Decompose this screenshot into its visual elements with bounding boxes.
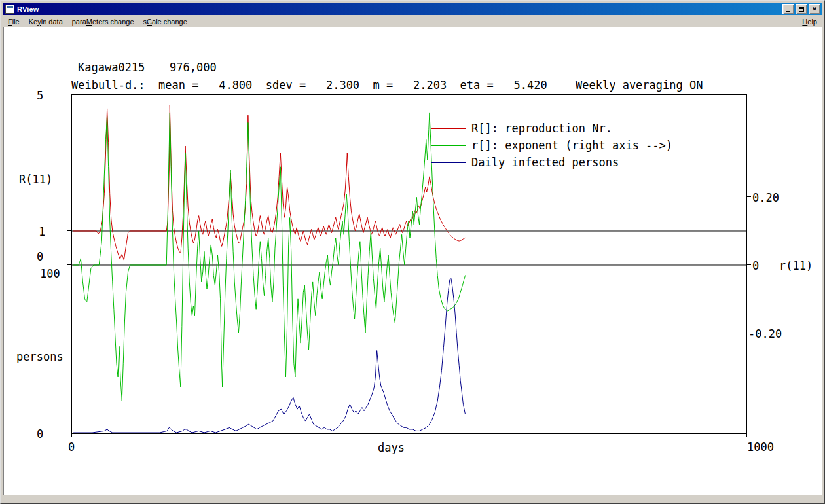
x-axis-tick-0: 0 xyxy=(68,441,75,454)
series-r xyxy=(73,113,465,401)
axis-tick-mark xyxy=(67,230,71,231)
chart-legend: R[]: reproduction Nr.r[]: exponent (righ… xyxy=(431,120,672,171)
axis-tick-mark xyxy=(747,264,751,265)
R-axis-tick-5: 5 xyxy=(37,89,43,102)
persons-axis-title: persons xyxy=(16,350,64,363)
series-daily-infected xyxy=(73,279,465,433)
axis-tick-mark xyxy=(67,264,71,265)
r-axis-tick-pos: 0.20 xyxy=(752,191,779,204)
population-value: 976,000 xyxy=(170,61,217,74)
weibull-params: Weibull-d.: mean = 4.800 sdev = 2.300 m … xyxy=(71,79,547,92)
legend-label-daily-infected: Daily infected persons xyxy=(471,156,619,169)
r-axis-tick-0-and-title: 0 r(11) xyxy=(752,259,813,272)
axis-tick-mark xyxy=(747,333,751,333)
legend-label-R: R[]: reproduction Nr. xyxy=(471,122,612,135)
dataset-name: Kagawa0215 xyxy=(78,61,145,74)
legend-entry-R: R[]: reproduction Nr. xyxy=(431,120,672,137)
persons-axis-tick-100: 100 xyxy=(40,267,60,280)
persons-axis-tick-0: 0 xyxy=(37,427,43,441)
legend-line-R xyxy=(431,128,466,129)
legend-line-daily-infected xyxy=(431,162,466,163)
legend-entry-daily-infected: Daily infected persons xyxy=(431,154,672,171)
R-axis-title: R(11) xyxy=(19,173,52,186)
legend-line-r xyxy=(431,145,466,146)
R-axis-tick-0: 0 xyxy=(37,250,43,263)
x-axis-title: days xyxy=(378,441,405,454)
R-axis-tick-1: 1 xyxy=(39,225,45,238)
legend-label-r: r[]: exponent (right axis -->) xyxy=(471,139,672,152)
x-axis-tick-1000: 1000 xyxy=(747,441,774,454)
legend-entry-r: r[]: exponent (right axis -->) xyxy=(431,137,672,154)
axis-tick-mark xyxy=(746,434,747,437)
app-window: RView × FileKeyin dataparaMeters changes… xyxy=(0,0,825,504)
weekly-averaging-status: Weekly averaging ON xyxy=(576,79,703,92)
axis-tick-mark xyxy=(71,434,72,437)
r-axis-tick-neg: -0.20 xyxy=(748,327,782,340)
axis-tick-mark xyxy=(747,196,751,197)
chart: Kagawa0215 976,000 Weibull-d.: mean = 4.… xyxy=(1,1,824,503)
